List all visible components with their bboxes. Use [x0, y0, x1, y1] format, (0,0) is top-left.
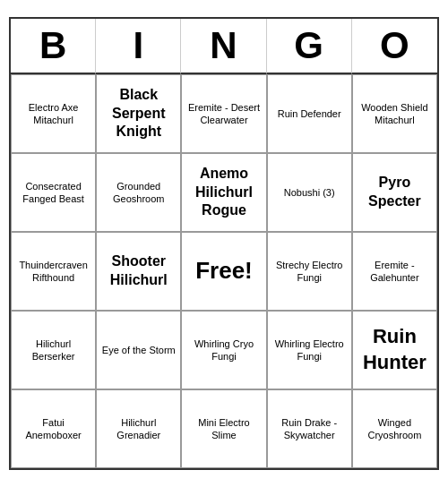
bingo-letter-n: N [181, 19, 266, 74]
bingo-cell-r3-c2: Whirling Cryo Fungi [181, 311, 266, 389]
cell-text: Mini Electro Slime [185, 416, 262, 442]
bingo-letter-g: G [267, 19, 352, 74]
cell-text: Ruin Defender [278, 107, 341, 120]
cell-text: Nobushi (3) [284, 186, 335, 199]
bingo-cell-r4-c1: Hilichurl Grenadier [96, 389, 181, 468]
bingo-letter-o: O [352, 19, 437, 74]
bingo-cell-r1-c2: Anemo Hilichurl Rogue [181, 153, 266, 232]
cell-text: Fatui Anemoboxer [15, 416, 91, 442]
cell-text: Ruin Hunter [357, 324, 433, 375]
bingo-cell-r1-c0: Consecrated Fanged Beast [11, 153, 96, 232]
cell-text: Thuindercraven Rifthound [15, 259, 91, 285]
bingo-cell-r0-c4: Wooden Shield Mitachurl [352, 74, 437, 153]
bingo-cell-r2-c0: Thuindercraven Rifthound [11, 232, 96, 311]
bingo-cell-r0-c2: Eremite - Desert Clearwater [181, 74, 266, 153]
bingo-cell-r1-c1: Grounded Geoshroom [96, 153, 181, 232]
bingo-cell-r4-c2: Mini Electro Slime [181, 389, 266, 468]
bingo-cell-r3-c0: Hilichurl Berserker [11, 311, 96, 389]
cell-text: Consecrated Fanged Beast [15, 180, 91, 206]
cell-text: Eye of the Storm [102, 344, 176, 356]
cell-text: Pyro Specter [357, 174, 433, 211]
bingo-cell-r4-c4: Winged Cryoshroom [352, 389, 437, 468]
bingo-cell-r2-c1: Shooter Hilichurl [96, 232, 181, 311]
bingo-grid: Electro Axe MitachurlBlack Serpent Knigh… [11, 74, 437, 468]
bingo-header: BINGO [11, 19, 437, 74]
cell-text: Grounded Geoshroom [100, 180, 177, 206]
bingo-cell-r3-c1: Eye of the Storm [96, 311, 181, 389]
cell-text: Hilichurl Berserker [15, 337, 91, 363]
cell-text: Eremite - Galehunter [357, 259, 433, 285]
bingo-cell-r1-c4: Pyro Specter [352, 153, 437, 232]
bingo-cell-r2-c3: Strechy Electro Fungi [267, 232, 352, 311]
cell-text: Shooter Hilichurl [100, 252, 177, 290]
cell-text: Ruin Drake - Skywatcher [271, 416, 348, 442]
cell-text: Hilichurl Grenadier [100, 416, 177, 442]
cell-text: Winged Cryoshroom [357, 416, 433, 442]
bingo-cell-r4-c0: Fatui Anemoboxer [11, 389, 96, 468]
bingo-cell-r0-c0: Electro Axe Mitachurl [11, 74, 96, 153]
bingo-cell-r2-c4: Eremite - Galehunter [352, 232, 437, 311]
cell-text: Whirling Cryo Fungi [185, 337, 262, 363]
bingo-cell-r2-c2: Free! [181, 232, 266, 311]
cell-text: Wooden Shield Mitachurl [357, 101, 433, 127]
bingo-cell-r3-c4: Ruin Hunter [352, 311, 437, 389]
cell-text: Anemo Hilichurl Rogue [185, 165, 262, 220]
cell-text: Black Serpent Knight [100, 86, 177, 141]
bingo-letter-b: B [11, 19, 96, 74]
cell-text: Electro Axe Mitachurl [15, 101, 91, 127]
bingo-cell-r4-c3: Ruin Drake - Skywatcher [267, 389, 352, 468]
bingo-letter-i: I [96, 19, 181, 74]
bingo-cell-r0-c1: Black Serpent Knight [96, 74, 181, 153]
cell-text: Whirling Electro Fungi [271, 337, 348, 363]
bingo-cell-r0-c3: Ruin Defender [267, 74, 352, 153]
cell-text: Strechy Electro Fungi [271, 259, 348, 285]
bingo-card: BINGO Electro Axe MitachurlBlack Serpent… [9, 17, 439, 470]
bingo-cell-r3-c3: Whirling Electro Fungi [267, 311, 352, 389]
cell-text: Free! [195, 256, 253, 286]
bingo-cell-r1-c3: Nobushi (3) [267, 153, 352, 232]
cell-text: Eremite - Desert Clearwater [185, 101, 262, 127]
